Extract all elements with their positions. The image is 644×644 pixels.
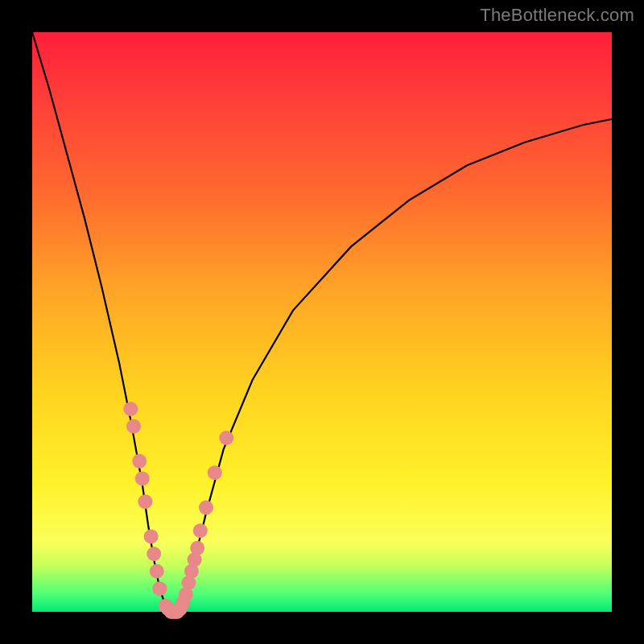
data-marker <box>123 402 138 416</box>
data-marker <box>199 500 213 514</box>
data-marker <box>193 523 208 538</box>
data-marker <box>152 581 167 596</box>
data-marker <box>126 419 141 434</box>
data-marker <box>190 541 204 555</box>
bottleneck-curve <box>32 32 612 612</box>
chart-frame: TheBottleneck.com <box>0 0 644 644</box>
curve-layer <box>32 32 612 612</box>
data-marker <box>138 494 152 509</box>
data-marker <box>208 465 222 480</box>
marker-group <box>123 402 233 619</box>
plot-area <box>32 32 612 612</box>
data-marker <box>135 471 150 485</box>
data-marker <box>147 547 161 561</box>
data-marker <box>132 454 147 469</box>
data-marker <box>150 564 164 579</box>
data-marker <box>144 529 159 543</box>
data-marker <box>219 431 233 445</box>
watermark-text: TheBottleneck.com <box>480 5 634 26</box>
